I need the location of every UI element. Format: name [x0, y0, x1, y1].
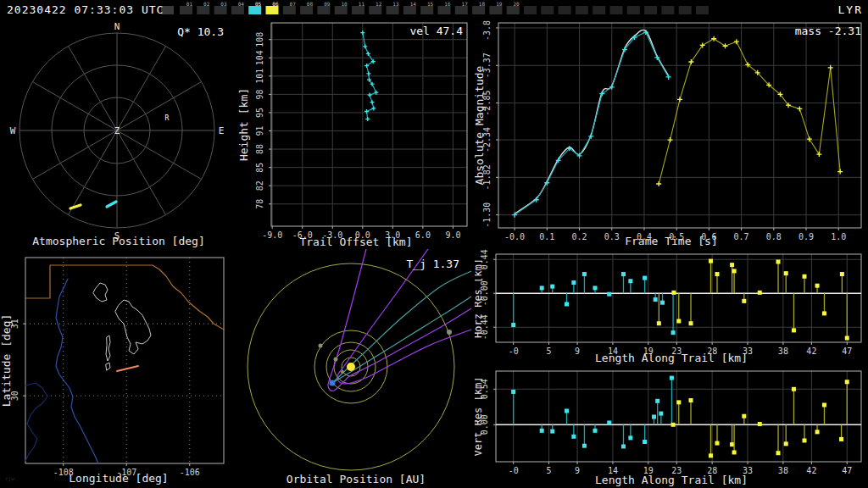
frame-box-16[interactable]	[438, 6, 451, 14]
svg-text:101: 101	[255, 69, 264, 84]
frame-box-blank	[661, 6, 674, 14]
frame-box-label-08: 08	[307, 1, 314, 7]
frame-box-label-18: 18	[479, 1, 486, 7]
watermark: rjw	[5, 475, 14, 481]
svg-text:78: 78	[255, 199, 264, 209]
camera-2-trail	[70, 205, 81, 208]
horizontal-residuals-panel: -05914192328333842470.44-0.00-0.44Horz R…	[475, 249, 868, 369]
frame-box-12[interactable]	[369, 6, 381, 14]
frame-box-17[interactable]	[455, 6, 468, 14]
polar-plot-title: Atmospheric Position [deg]	[0, 235, 237, 247]
frame-box-06[interactable]	[266, 6, 279, 14]
frame-box-14[interactable]	[403, 6, 416, 14]
frame-box-label-14: 14	[410, 1, 417, 7]
series-camera-1-residuals	[511, 376, 674, 449]
frame-box-18[interactable]	[472, 6, 485, 14]
frame-box-11[interactable]	[352, 6, 364, 14]
frame-box-08[interactable]	[300, 6, 313, 14]
frame-box-label-19: 19	[496, 1, 503, 7]
mercury-dot	[341, 370, 344, 374]
frame-box-label-11: 11	[359, 1, 365, 7]
terrain-contour-b	[115, 300, 151, 354]
height-profile-panel: -9.0-6.0-3.00.03.06.09.01081041019895918…	[237, 20, 475, 249]
svg-text:88: 88	[255, 144, 264, 154]
frame-box-blank	[610, 6, 623, 14]
svg-text:N: N	[114, 21, 120, 32]
terrain-contour-a	[93, 283, 108, 302]
frame-box-label-15: 15	[427, 1, 434, 7]
horz-yaxis-title: Horz Res [km]	[475, 258, 484, 338]
vertical-residuals-panel: -05914192328333842470.540.00Vert Res [km…	[475, 369, 868, 488]
frame-box-15[interactable]	[420, 6, 433, 14]
svg-text:104: 104	[255, 50, 264, 65]
utc-timestamp: 20230422 07:33:03 UTC	[7, 3, 164, 16]
frame-box-19[interactable]	[489, 6, 502, 14]
terrain-contour-d	[106, 363, 110, 370]
frame-box-label-02: 02	[203, 1, 210, 7]
velocity-annotation: vel 47.4	[409, 25, 463, 37]
state-border	[25, 265, 224, 330]
svg-text:91: 91	[255, 125, 264, 136]
series-camera-1	[512, 30, 671, 218]
svg-text:W: W	[10, 125, 16, 136]
shower-code-label: LYR	[838, 3, 863, 16]
frame-box-02[interactable]	[197, 6, 209, 14]
magnitude-yaxis-title: Absolute Magnitude	[475, 65, 486, 185]
terrain-contour-c	[106, 336, 110, 361]
series-camera-2-residuals	[671, 380, 849, 458]
frame-box-blank	[696, 6, 709, 14]
frame-box-label-04: 04	[238, 1, 245, 7]
ground-track	[117, 366, 138, 371]
radiant-marker: R	[165, 114, 170, 122]
series-camera-1-residuals	[511, 272, 675, 335]
top-status-bar: 20230422 07:33:03 UTC 010203040506070809…	[0, 0, 868, 20]
earth-dot	[330, 380, 336, 386]
frame-box-blank	[559, 6, 571, 14]
ground-track-map: -108-107-1063130Latitude [deg]	[0, 249, 237, 488]
jupiter-dot	[447, 330, 452, 335]
svg-text:85: 85	[255, 163, 264, 173]
frame-box-blank	[593, 6, 605, 14]
series-model-fit	[515, 30, 669, 214]
height-profile-plot: -9.0-6.0-3.00.03.06.09.01081041019895918…	[237, 20, 475, 249]
frame-box-label-09: 09	[324, 1, 331, 7]
frame-box-label-05: 05	[255, 1, 262, 7]
height-xaxis-title: Trail Offset [km]	[237, 236, 475, 248]
svg-text:E: E	[219, 125, 225, 136]
frame-box-blank	[541, 6, 554, 14]
frame-box-label-13: 13	[392, 1, 399, 7]
frame-box-05[interactable]	[248, 6, 261, 14]
vertical-residuals-plot: -05914192328333842470.540.00Vert Res [km…	[475, 369, 868, 488]
frame-box-label-16: 16	[444, 1, 451, 7]
frame-box-04[interactable]	[231, 6, 244, 14]
atmospheric-position-plot: NSWEZR	[0, 20, 237, 249]
frame-box-01[interactable]	[180, 6, 192, 14]
river-2	[25, 383, 47, 461]
frame-box-07[interactable]	[283, 6, 296, 14]
svg-text:-3.89: -3.89	[482, 20, 492, 41]
frame-box-label-03: 03	[220, 1, 227, 7]
frame-box-09[interactable]	[317, 6, 330, 14]
frame-box-13[interactable]	[387, 6, 399, 14]
horz-res-xaxis-title: Length Along Trail [km]	[475, 352, 868, 364]
map-grid	[25, 258, 224, 463]
river	[56, 279, 98, 463]
grid	[498, 23, 861, 228]
frame-box-blank	[524, 6, 537, 14]
camera-1-trail	[107, 202, 116, 207]
frame-box-label-12: 12	[376, 1, 382, 7]
orbit-plot-title: Orbital Position [AU]	[237, 473, 475, 485]
frame-box-blank	[679, 6, 692, 14]
q-value-annotation: Q* 10.3	[177, 25, 224, 38]
frame-box-blank	[627, 6, 640, 14]
light-curve-panel: -0.00.10.20.30.40.50.60.70.80.91.0-3.89-…	[475, 20, 868, 249]
svg-text:Z: Z	[114, 125, 120, 136]
frame-box-label-20: 20	[513, 1, 520, 7]
frame-box-10[interactable]	[335, 6, 348, 14]
series-camera-2-residuals	[657, 259, 849, 341]
height-yaxis-title: Height [km]	[237, 88, 250, 161]
horizontal-residuals-plot: -05914192328333842470.44-0.00-0.44Horz R…	[475, 249, 868, 369]
svg-text:108: 108	[255, 32, 264, 47]
frame-box-20[interactable]	[507, 6, 520, 14]
frame-box-03[interactable]	[214, 6, 227, 14]
